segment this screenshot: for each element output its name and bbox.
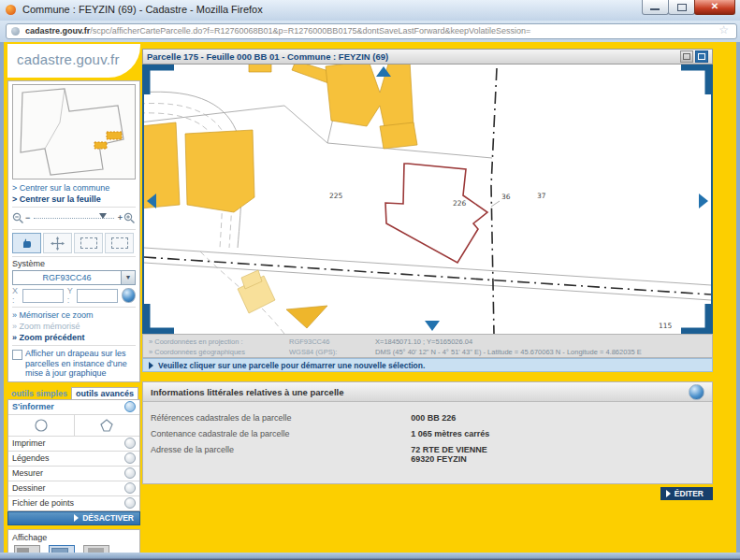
mesurer-radio[interactable] xyxy=(124,467,136,479)
dessiner-radio[interactable] xyxy=(124,482,136,494)
legendes-radio[interactable] xyxy=(124,452,136,464)
help-globe-icon[interactable] xyxy=(689,384,704,400)
recenter-tool[interactable] xyxy=(43,233,72,253)
move-arrows-icon xyxy=(51,237,65,251)
print-map-icon[interactable] xyxy=(680,50,693,63)
tool-imprimer[interactable]: Imprimer xyxy=(8,437,139,452)
tab-outils-simples[interactable]: outils simples xyxy=(7,388,71,399)
flag-checkbox[interactable] xyxy=(12,350,22,360)
contenance-value: 1 065 mètres carrés xyxy=(411,429,489,438)
tool-fichier-points-label: Fichier de points xyxy=(12,498,74,508)
zoom-out-icon[interactable] xyxy=(12,212,24,224)
select-by-circle-button[interactable] xyxy=(8,415,75,436)
editer-button[interactable]: ÉDITER xyxy=(660,487,713,500)
tab-outils-avances[interactable]: outils avancés xyxy=(71,387,138,399)
navigation-panel: > Centrer sur la commune > Centrer sur l… xyxy=(7,80,140,382)
tool-dessiner[interactable]: Dessiner xyxy=(8,481,139,496)
y-label: Y : xyxy=(67,286,78,305)
pan-hand-tool[interactable] xyxy=(12,233,41,253)
parcel-label-37: 37 xyxy=(537,192,546,200)
bookmark-star-icon[interactable]: ☆ xyxy=(718,23,729,36)
instruction-bar: Veuillez cliquer sur une parcelle pour d… xyxy=(142,358,713,372)
site-logo-text: cadastre.gouv.fr xyxy=(7,44,140,67)
info-row-contenance: Contenance cadastrale de la parcelle 1 0… xyxy=(151,429,704,438)
minimize-icon xyxy=(650,8,660,10)
projection-select[interactable]: RGF93CC46 ▼ xyxy=(12,270,136,285)
desactiver-button[interactable]: DÉSACTIVER xyxy=(7,511,140,525)
tool-sinformer-label: S'informer xyxy=(12,402,54,411)
parcel-label-226: 226 xyxy=(453,199,467,208)
rect-select-tool[interactable] xyxy=(74,233,103,253)
adresse-line2: 69320 FEYZIN xyxy=(411,454,487,464)
select-by-polygon-button[interactable] xyxy=(75,415,140,436)
fichier-points-radio[interactable] xyxy=(124,497,136,509)
tool-mesurer[interactable]: Mesurer xyxy=(8,467,139,481)
tool-legendes-label: Légendes xyxy=(12,453,50,463)
zoom-in-icon[interactable] xyxy=(123,212,136,224)
fullscreen-map-icon[interactable] xyxy=(695,50,708,63)
tool-dessiner-label: Dessiner xyxy=(12,483,46,493)
sinformer-options xyxy=(8,415,139,437)
tool-legendes[interactable]: Légendes xyxy=(8,452,139,467)
selection-rect-icon xyxy=(80,237,97,249)
adresse-line1: 72 RTE DE VIENNE xyxy=(411,445,487,454)
info-panel-title: Informations littérales relatives à une … xyxy=(151,387,343,397)
sinformer-radio[interactable] xyxy=(124,401,136,412)
sidebar: > Centrer sur la commune > Centrer sur l… xyxy=(7,80,140,560)
info-row-references: Références cadastrales de la parcelle 00… xyxy=(151,413,704,423)
coord-geo-system: WGS84 (GPS): xyxy=(289,347,375,357)
x-coordinate-field[interactable] xyxy=(22,289,64,303)
map-column: Parcelle 175 - Feuille 000 BB 01 - Commu… xyxy=(142,49,713,500)
y-coordinate-field[interactable] xyxy=(77,289,118,303)
contenance-label: Contenance cadastrale de la parcelle xyxy=(151,429,411,438)
tool-mesurer-label: Mesurer xyxy=(12,468,43,478)
zoom-extent-tool[interactable] xyxy=(105,233,134,253)
minimap-highlight xyxy=(107,132,122,139)
editer-arrow-icon xyxy=(666,490,671,497)
parcel-info-panel: Informations littérales relatives à une … xyxy=(142,381,713,484)
tools-accordion: S'informer Imprim xyxy=(7,399,140,511)
cadastral-map[interactable]: 225 226 36 37 115 xyxy=(144,65,711,334)
zoom-slider-handle[interactable] xyxy=(99,213,107,219)
coordinates-bar: » Coordonnées en projection : RGF93CC46 … xyxy=(142,334,713,358)
tool-fichier-points[interactable]: Fichier de points xyxy=(8,496,139,510)
select-dropdown-icon[interactable]: ▼ xyxy=(121,271,135,284)
zoom-slider-track[interactable] xyxy=(34,217,113,219)
overview-minimap[interactable] xyxy=(12,84,136,179)
minimize-button[interactable] xyxy=(642,0,669,15)
window-titlebar[interactable]: Commune : FEYZIN (69) - Cadastre - Mozil… xyxy=(0,0,740,22)
center-commune-link[interactable]: > Centrer sur la commune xyxy=(12,182,136,194)
maximize-button[interactable] xyxy=(668,0,695,15)
instruction-arrow-icon xyxy=(149,362,153,369)
map-viewport[interactable]: 225 226 36 37 115 xyxy=(142,65,713,334)
go-to-xy-button[interactable] xyxy=(122,288,136,303)
desactiver-arrow-icon xyxy=(74,514,79,522)
window-title: Commune : FEYZIN (69) - Cadastre - Mozil… xyxy=(22,4,263,15)
site-icon xyxy=(11,27,20,36)
zoom-precedent-link[interactable]: » Zoom précédent xyxy=(12,332,136,343)
info-row-adresse: Adresse de la parcelle 72 RTE DE VIENNE … xyxy=(151,445,704,464)
tool-imprimer-label: Imprimer xyxy=(12,438,46,448)
close-button[interactable]: ✕ xyxy=(694,0,735,15)
maximize-icon xyxy=(677,4,687,11)
memoriser-zoom-link[interactable]: » Mémoriser ce zoom xyxy=(12,309,136,321)
tool-sinformer[interactable]: S'informer xyxy=(8,400,139,415)
references-label: Références cadastrales de la parcelle xyxy=(151,413,411,423)
center-feuille-link[interactable]: > Centrer sur la feuille xyxy=(12,194,136,205)
browser-urlbar: cadastre.gouv.fr/scpc/afficherCarteParce… xyxy=(0,21,740,43)
zoom-slider[interactable]: − + xyxy=(12,207,136,226)
coord-geo-label: » Coordonnées géographiques xyxy=(149,347,289,357)
url-domain: cadastre.gouv.fr xyxy=(25,26,90,36)
coord-projection-label: » Coordonnées en projection : xyxy=(149,337,289,347)
imprimer-radio[interactable] xyxy=(124,438,136,449)
instruction-text: Veuillez cliquer sur une parcelle pour d… xyxy=(158,361,425,370)
cadastre-page: cadastre.gouv.fr > Centrer sur la commun… xyxy=(0,42,740,553)
projection-value: RGF93CC46 xyxy=(13,271,121,284)
references-value: 000 BB 226 xyxy=(411,413,456,423)
url-input[interactable]: cadastre.gouv.fr/scpc/afficherCarteParce… xyxy=(6,23,737,39)
firefox-page-icon xyxy=(6,5,16,15)
zoom-plus[interactable]: + xyxy=(117,213,123,223)
zoom-minus[interactable]: − xyxy=(24,213,31,223)
parcel-label-225: 225 xyxy=(329,192,343,200)
site-logo[interactable]: cadastre.gouv.fr xyxy=(7,44,140,78)
